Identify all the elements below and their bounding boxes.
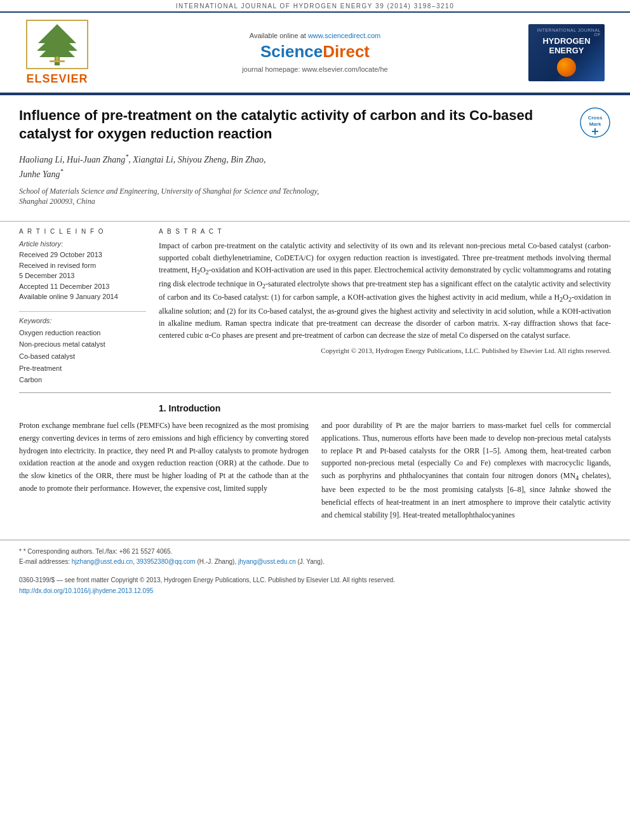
accepted-date: Accepted 11 December 2013 — [19, 281, 146, 292]
authors-line: Haoliang Li, Hui-Juan Zhang*, Xiangtai L… — [19, 152, 573, 180]
keywords-heading: Keywords: — [19, 317, 146, 324]
svg-rect-7 — [50, 60, 65, 62]
available-online-date: Available online 9 January 2014 — [19, 291, 146, 302]
intro-body-left: Proton exchange membrane fuel cells (PEM… — [19, 420, 309, 526]
sd-science: Science — [260, 42, 323, 61]
elsevier-tree-icon — [25, 19, 89, 70]
sciencedirect-logo-text: ScienceDirect — [102, 42, 528, 62]
article-info-col: A R T I C L E I N F O Article history: R… — [19, 228, 146, 386]
revised-date: 5 December 2013 — [19, 270, 146, 281]
keyword-3: Co-based catalyst — [19, 350, 146, 363]
doi-link[interactable]: http://dx.doi.org/10.1016/j.ijhydene.201… — [19, 587, 153, 594]
email-link-3[interactable]: jhyang@usst.edu.cn — [238, 558, 296, 565]
article-history-block: Article history: Received 29 October 201… — [19, 240, 146, 302]
abstract-col: A B S T R A C T Impact of carbon pre-tre… — [159, 228, 611, 386]
email-link-1[interactable]: hjzhang@usst.edu.cn — [72, 558, 133, 565]
journal-cover-area: International Journal of HYDROGENENERGY — [528, 24, 617, 81]
intro-left — [19, 403, 146, 420]
email-footnote: E-mail addresses: hjzhang@usst.edu.cn, 3… — [19, 557, 611, 567]
article-info-label: A R T I C L E I N F O — [19, 228, 146, 235]
copyright-line: Copyright © 2013, Hydrogen Energy Public… — [159, 347, 611, 354]
keyword-5: Carbon — [19, 374, 146, 386]
keywords-block: Keywords: Oxygen reduction reaction Non-… — [19, 317, 146, 386]
article-title-section: Influence of pre-treatment on the cataly… — [0, 95, 630, 217]
corresponding-authors-footnote: * * Corresponding authors. Tel./fax: +86… — [19, 547, 611, 557]
doi-line: http://dx.doi.org/10.1016/j.ijhydene.201… — [19, 585, 611, 596]
intro-right: 1. Introduction — [159, 403, 611, 420]
article-info-abstract-section: A R T I C L E I N F O Article history: R… — [0, 221, 630, 392]
article-history-heading: Article history: — [19, 240, 146, 248]
article-main-title: Influence of pre-treatment on the cataly… — [19, 107, 573, 143]
intro-paragraph-1: Proton exchange membrane fuel cells (PEM… — [19, 420, 309, 495]
received-date: Received 29 October 2013 — [19, 250, 146, 260]
publisher-header: ELSEVIER Available online at www.science… — [0, 13, 630, 93]
journal-cover: International Journal of HYDROGENENERGY — [528, 24, 605, 81]
journal-header-bar: INTERNATIONAL JOURNAL OF HYDROGEN ENERGY… — [0, 0, 630, 13]
journal-title: INTERNATIONAL JOURNAL OF HYDROGEN ENERGY… — [176, 3, 454, 10]
affiliation: School of Materials Science and Engineer… — [19, 186, 573, 208]
keyword-4: Pre-treatment — [19, 363, 146, 375]
jc-hydrogen-label: HYDROGENENERGY — [542, 37, 590, 55]
article-title-area: Influence of pre-treatment on the cataly… — [19, 107, 573, 211]
received-revised-label: Received in revised form — [19, 260, 146, 271]
keyword-2: Non-precious metal catalyst — [19, 338, 146, 350]
jc-intl-label: International Journal of — [532, 28, 601, 37]
center-publisher-info: Available online at www.sciencedirect.co… — [102, 32, 528, 73]
abstract-label: A B S T R A C T — [159, 228, 611, 235]
footnote-area: * * Corresponding authors. Tel./fax: +86… — [0, 540, 630, 572]
sd-direct: Direct — [323, 42, 370, 61]
intro-body-section: Proton exchange membrane fuel cells (PEM… — [0, 420, 630, 533]
crossmark-badge: Cross Mark — [579, 107, 611, 141]
sciencedirect-url[interactable]: www.sciencedirect.com — [308, 32, 380, 39]
elsevier-logo: ELSEVIER — [13, 19, 102, 86]
intro-paragraph-2: and poor durability of Pt are the major … — [321, 420, 611, 521]
introduction-section: 1. Introduction — [0, 393, 630, 420]
intro-body-right: and poor durability of Pt are the major … — [321, 420, 611, 526]
jc-circle-icon — [557, 58, 576, 77]
journal-homepage-text: journal homepage: www.elsevier.com/locat… — [102, 65, 528, 73]
available-online-text: Available online at www.sciencedirect.co… — [102, 32, 528, 39]
elsevier-wordmark: ELSEVIER — [26, 72, 88, 86]
svg-text:Cross: Cross — [588, 115, 603, 121]
abstract-text: Impact of carbon pre-treatment on the ca… — [159, 240, 611, 342]
svg-point-6 — [55, 57, 59, 60]
keyword-1: Oxygen reduction reaction — [19, 327, 146, 339]
bottom-journal-info: 0360-3199/$ — see front matter Copyright… — [0, 572, 630, 599]
issn-line: 0360-3199/$ — see front matter Copyright… — [19, 575, 611, 585]
email-link-2[interactable]: 393952380@qq.com — [137, 558, 196, 565]
intro-heading: 1. Introduction — [159, 403, 611, 413]
svg-text:Mark: Mark — [589, 121, 601, 127]
